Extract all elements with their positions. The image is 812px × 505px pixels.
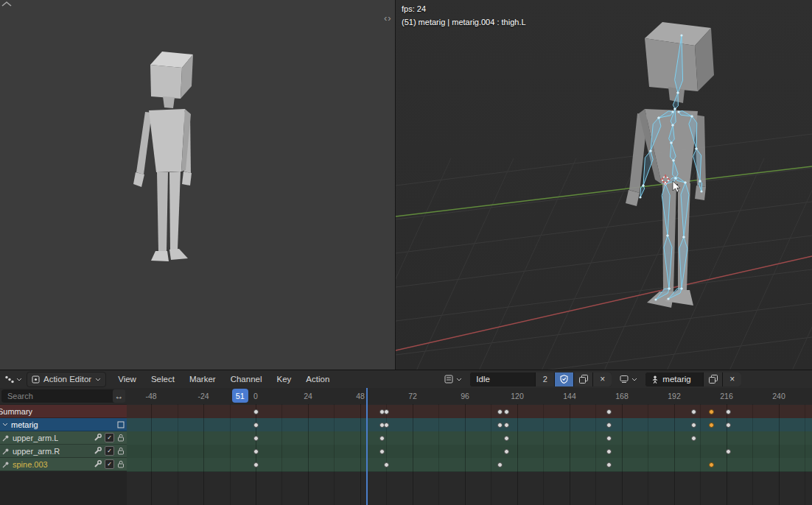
channel-enable-checkbox[interactable]: ✓	[105, 446, 114, 456]
playhead-frame-badge[interactable]: 51	[232, 389, 248, 403]
channel-enable-checkbox[interactable]: ✓	[105, 459, 114, 469]
new-action-button[interactable]	[574, 372, 592, 386]
menu-key[interactable]: Key	[270, 370, 299, 388]
unlink-object-button[interactable]: ×	[723, 372, 741, 386]
menu-action[interactable]: Action	[298, 370, 337, 388]
filter-icon	[620, 375, 629, 384]
keyframe[interactable]	[384, 423, 389, 428]
bone-joint	[680, 34, 682, 36]
keyframe[interactable]	[726, 409, 731, 414]
expand-channels-button[interactable]: ↔	[113, 389, 125, 403]
keyframe[interactable]	[379, 449, 385, 454]
object-name: metarig	[662, 375, 690, 384]
region-split-arrows[interactable]: ‹›	[384, 13, 392, 24]
menu-select[interactable]: Select	[144, 370, 182, 388]
keyframe[interactable]	[497, 409, 503, 414]
keyframe[interactable]	[253, 436, 259, 441]
bone-joint	[682, 236, 685, 238]
keyframe[interactable]	[726, 449, 731, 454]
pin-icon	[2, 448, 10, 455]
timeline-gridline	[334, 404, 335, 505]
timeline-gridline	[648, 404, 648, 505]
keyframe[interactable]	[253, 449, 259, 454]
bone-joint	[666, 234, 668, 236]
ruler-tick-label: 72	[408, 392, 417, 400]
keyframe[interactable]	[504, 449, 509, 454]
chevron-down-icon	[631, 378, 637, 381]
viewport-3d-right[interactable]: fps: 24 (51) metarig | metarig.004 : thi…	[396, 0, 812, 370]
keyframe[interactable]	[691, 409, 696, 414]
lock-icon	[117, 447, 125, 455]
channel-row-upper-arm-l[interactable]: upper_arm.L✓	[0, 431, 127, 445]
keyframe[interactable]	[253, 423, 259, 428]
keyframe[interactable]	[497, 462, 503, 467]
channel-row-metarig[interactable]: metarig	[0, 418, 127, 431]
keyframe[interactable]	[379, 436, 385, 441]
bone-joint	[671, 124, 673, 126]
browse-action-icon	[444, 375, 454, 384]
editor-type-dropdown[interactable]	[0, 370, 25, 388]
keyframe[interactable]	[384, 409, 389, 414]
browse-action-button[interactable]	[441, 372, 465, 386]
channel-enable-checkbox[interactable]: ✓	[105, 433, 114, 442]
shield-icon	[560, 375, 568, 384]
bone-joint	[639, 196, 641, 198]
keyframe[interactable]	[384, 462, 389, 467]
timeline-ruler[interactable]: -48-24024487296120144168192216240	[127, 388, 812, 404]
copy-object-action-button[interactable]	[704, 372, 722, 386]
keyframe[interactable]	[504, 409, 509, 414]
channel-search-input[interactable]: Search	[1, 389, 122, 403]
action-users-button[interactable]: 2	[536, 372, 554, 386]
ruler-tick-label: 120	[511, 392, 524, 400]
duplicate-icon	[579, 375, 588, 384]
viewport-3d-left[interactable]	[0, 0, 396, 370]
keyframe[interactable]	[497, 423, 503, 428]
keyframe[interactable]	[691, 423, 696, 428]
unlink-action-button[interactable]: ×	[593, 372, 612, 386]
show-header-chevron-icon[interactable]	[0, 0, 13, 8]
bone-joint	[680, 287, 682, 289]
keyframe-selected[interactable]	[709, 409, 714, 414]
keyframe[interactable]	[606, 436, 612, 441]
floor-grid	[396, 134, 812, 370]
keyframe[interactable]	[726, 423, 731, 428]
keyframe[interactable]	[606, 449, 612, 454]
menu-channel[interactable]: Channel	[223, 370, 270, 388]
object-field[interactable]: metarig	[645, 372, 703, 386]
channel-row-upper-arm-r[interactable]: upper_arm.R✓	[0, 445, 127, 458]
keyframe[interactable]	[691, 436, 696, 441]
keyframe[interactable]	[606, 409, 612, 414]
menu-view[interactable]: View	[111, 370, 144, 388]
timeline-gridline	[438, 404, 439, 505]
keyframe[interactable]	[253, 409, 259, 414]
bone[interactable]	[643, 151, 653, 186]
keyframe[interactable]	[253, 462, 259, 467]
ruler-tick-label: 48	[356, 392, 365, 400]
ruler-tick-label: -24	[197, 392, 209, 400]
ruler-tick-label: 96	[461, 392, 469, 400]
bone[interactable]	[640, 186, 645, 197]
channel-label: upper_arm.L	[13, 434, 58, 442]
keyframe[interactable]	[504, 423, 509, 428]
channel-row-spine-003[interactable]: spine.003✓	[0, 458, 127, 471]
bone-joint	[672, 159, 674, 161]
fake-user-toggle[interactable]	[555, 372, 573, 386]
lock-icon	[117, 434, 125, 442]
editor-mode-dropdown[interactable]: Action Editor	[27, 372, 106, 387]
dope-sheet-header: Action Editor ViewSelectMarkerChannelKey…	[0, 370, 812, 389]
channel-label: spine.003	[13, 460, 48, 469]
keyframe-selected[interactable]	[709, 423, 714, 428]
action-filter-dropdown[interactable]	[617, 372, 640, 386]
menu-marker[interactable]: Marker	[182, 370, 223, 388]
channel-row-summary[interactable]: Summary	[0, 405, 127, 418]
keyframe[interactable]	[606, 462, 612, 467]
wrench-icon	[94, 434, 102, 442]
timeline-gridline	[360, 404, 361, 505]
timeline-gridline	[779, 404, 780, 505]
keyframe[interactable]	[606, 423, 612, 428]
keyframe[interactable]	[504, 436, 509, 441]
channel-label: upper_arm.R	[13, 447, 60, 456]
playhead-line[interactable]	[366, 388, 368, 505]
action-name-field[interactable]: Idle	[470, 372, 535, 386]
keyframe-selected[interactable]	[709, 462, 714, 467]
